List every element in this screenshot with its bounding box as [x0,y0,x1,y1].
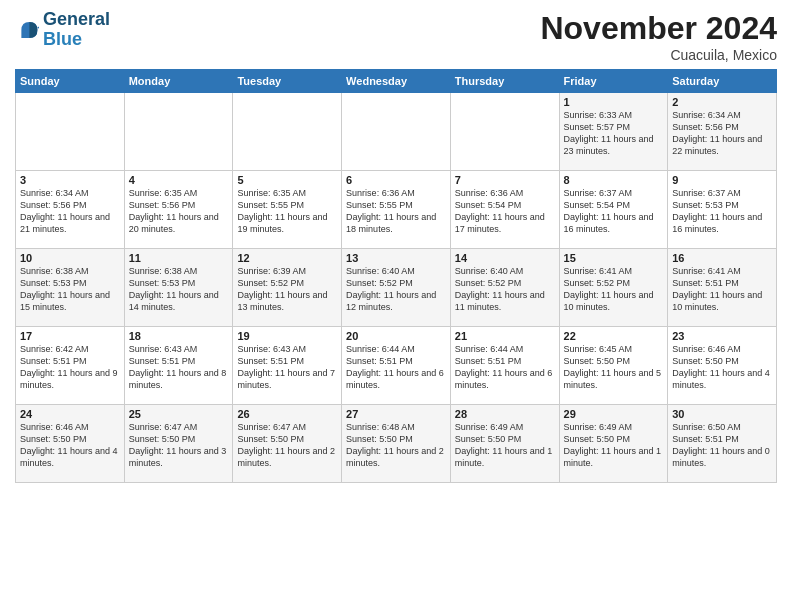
cell-text: Sunrise: 6:49 AM [455,421,555,433]
day-number: 25 [129,408,229,420]
calendar-cell: 22Sunrise: 6:45 AMSunset: 5:50 PMDayligh… [559,327,668,405]
cell-text: Sunrise: 6:36 AM [346,187,446,199]
day-number: 13 [346,252,446,264]
calendar-cell: 5Sunrise: 6:35 AMSunset: 5:55 PMDaylight… [233,171,342,249]
cell-text: Daylight: 11 hours and 8 minutes. [129,367,229,391]
week-row-3: 10Sunrise: 6:38 AMSunset: 5:53 PMDayligh… [16,249,777,327]
calendar-cell [342,93,451,171]
cell-text: Sunset: 5:51 PM [455,355,555,367]
calendar-cell: 12Sunrise: 6:39 AMSunset: 5:52 PMDayligh… [233,249,342,327]
cell-text: Sunrise: 6:38 AM [20,265,120,277]
calendar-cell [233,93,342,171]
cell-text: Daylight: 11 hours and 3 minutes. [129,445,229,469]
day-number: 17 [20,330,120,342]
cell-text: Daylight: 11 hours and 19 minutes. [237,211,337,235]
calendar-cell: 2Sunrise: 6:34 AMSunset: 5:56 PMDaylight… [668,93,777,171]
day-number: 23 [672,330,772,342]
day-number: 29 [564,408,664,420]
cell-text: Daylight: 11 hours and 13 minutes. [237,289,337,313]
cell-text: Sunset: 5:55 PM [346,199,446,211]
calendar-cell [124,93,233,171]
cell-text: Sunset: 5:57 PM [564,121,664,133]
weekday-header-sunday: Sunday [16,70,125,93]
calendar-cell: 20Sunrise: 6:44 AMSunset: 5:51 PMDayligh… [342,327,451,405]
cell-text: Sunrise: 6:50 AM [672,421,772,433]
calendar-cell: 9Sunrise: 6:37 AMSunset: 5:53 PMDaylight… [668,171,777,249]
cell-text: Daylight: 11 hours and 16 minutes. [564,211,664,235]
week-row-1: 1Sunrise: 6:33 AMSunset: 5:57 PMDaylight… [16,93,777,171]
cell-text: Daylight: 11 hours and 10 minutes. [564,289,664,313]
cell-text: Sunset: 5:53 PM [20,277,120,289]
cell-text: Sunrise: 6:48 AM [346,421,446,433]
day-number: 6 [346,174,446,186]
cell-text: Sunset: 5:52 PM [237,277,337,289]
weekday-header-friday: Friday [559,70,668,93]
day-number: 16 [672,252,772,264]
calendar-cell: 13Sunrise: 6:40 AMSunset: 5:52 PMDayligh… [342,249,451,327]
cell-text: Sunset: 5:56 PM [129,199,229,211]
day-number: 10 [20,252,120,264]
calendar-cell: 24Sunrise: 6:46 AMSunset: 5:50 PMDayligh… [16,405,125,483]
calendar-cell: 28Sunrise: 6:49 AMSunset: 5:50 PMDayligh… [450,405,559,483]
cell-text: Sunrise: 6:45 AM [564,343,664,355]
cell-text: Sunrise: 6:36 AM [455,187,555,199]
cell-text: Sunrise: 6:39 AM [237,265,337,277]
cell-text: Sunset: 5:51 PM [20,355,120,367]
day-number: 11 [129,252,229,264]
cell-text: Daylight: 11 hours and 0 minutes. [672,445,772,469]
cell-text: Sunrise: 6:42 AM [20,343,120,355]
logo-text: General Blue [43,10,110,50]
day-number: 18 [129,330,229,342]
day-number: 9 [672,174,772,186]
calendar-cell: 15Sunrise: 6:41 AMSunset: 5:52 PMDayligh… [559,249,668,327]
day-number: 1 [564,96,664,108]
cell-text: Sunset: 5:50 PM [564,355,664,367]
page-container: General Blue November 2024 Cuacuila, Mex… [0,0,792,488]
cell-text: Sunrise: 6:35 AM [129,187,229,199]
cell-text: Daylight: 11 hours and 1 minute. [564,445,664,469]
weekday-header-monday: Monday [124,70,233,93]
svg-marker-0 [37,24,39,30]
cell-text: Sunrise: 6:43 AM [129,343,229,355]
calendar-cell: 8Sunrise: 6:37 AMSunset: 5:54 PMDaylight… [559,171,668,249]
day-number: 20 [346,330,446,342]
cell-text: Sunset: 5:51 PM [237,355,337,367]
cell-text: Daylight: 11 hours and 11 minutes. [455,289,555,313]
day-number: 22 [564,330,664,342]
calendar-cell: 7Sunrise: 6:36 AMSunset: 5:54 PMDaylight… [450,171,559,249]
day-number: 4 [129,174,229,186]
title-block: November 2024 Cuacuila, Mexico [540,10,777,63]
cell-text: Sunset: 5:50 PM [346,433,446,445]
cell-text: Sunrise: 6:37 AM [672,187,772,199]
logo: General Blue [15,10,110,50]
cell-text: Daylight: 11 hours and 15 minutes. [20,289,120,313]
cell-text: Sunset: 5:51 PM [672,433,772,445]
cell-text: Daylight: 11 hours and 2 minutes. [346,445,446,469]
month-title: November 2024 [540,10,777,47]
cell-text: Daylight: 11 hours and 20 minutes. [129,211,229,235]
calendar-cell: 6Sunrise: 6:36 AMSunset: 5:55 PMDaylight… [342,171,451,249]
cell-text: Sunset: 5:55 PM [237,199,337,211]
weekday-header-row: SundayMondayTuesdayWednesdayThursdayFrid… [16,70,777,93]
cell-text: Sunrise: 6:44 AM [346,343,446,355]
cell-text: Daylight: 11 hours and 6 minutes. [346,367,446,391]
cell-text: Sunset: 5:50 PM [672,355,772,367]
cell-text: Sunrise: 6:46 AM [20,421,120,433]
cell-text: Sunrise: 6:41 AM [564,265,664,277]
calendar-cell: 11Sunrise: 6:38 AMSunset: 5:53 PMDayligh… [124,249,233,327]
calendar-table: SundayMondayTuesdayWednesdayThursdayFrid… [15,69,777,483]
cell-text: Sunset: 5:53 PM [672,199,772,211]
cell-text: Sunset: 5:50 PM [237,433,337,445]
cell-text: Daylight: 11 hours and 5 minutes. [564,367,664,391]
weekday-header-tuesday: Tuesday [233,70,342,93]
cell-text: Sunset: 5:54 PM [564,199,664,211]
cell-text: Sunset: 5:51 PM [672,277,772,289]
cell-text: Daylight: 11 hours and 6 minutes. [455,367,555,391]
cell-text: Sunrise: 6:46 AM [672,343,772,355]
day-number: 30 [672,408,772,420]
cell-text: Daylight: 11 hours and 23 minutes. [564,133,664,157]
calendar-cell: 30Sunrise: 6:50 AMSunset: 5:51 PMDayligh… [668,405,777,483]
cell-text: Sunrise: 6:47 AM [237,421,337,433]
calendar-cell: 25Sunrise: 6:47 AMSunset: 5:50 PMDayligh… [124,405,233,483]
cell-text: Daylight: 11 hours and 10 minutes. [672,289,772,313]
